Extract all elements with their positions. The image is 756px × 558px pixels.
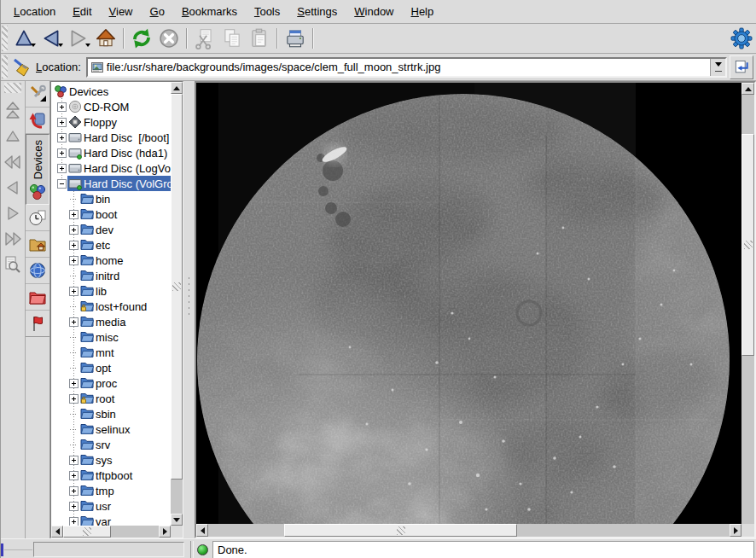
tree-expander-plus-icon[interactable] xyxy=(57,148,67,158)
tree-expander-plus-icon[interactable] xyxy=(69,287,79,296)
tree-item-var[interactable]: var xyxy=(51,514,171,526)
tree-item-srv[interactable]: srv xyxy=(51,437,171,452)
tree-item-hard-disc-boot[interactable]: Hard Disc [/boot] xyxy=(51,130,171,145)
tree-vscroll-thumb[interactable] xyxy=(171,94,183,480)
up-rail-button[interactable] xyxy=(2,125,24,148)
tree-expander-plus-icon[interactable] xyxy=(69,379,79,388)
tree-item-sbin[interactable]: sbin xyxy=(51,406,171,421)
tree-item-hard-disc-hda1[interactable]: Hard Disc (hda1) [/ xyxy=(51,145,171,160)
tree-expander-plus-icon[interactable] xyxy=(57,133,67,142)
tree-item-lost-found[interactable]: lost+found xyxy=(51,299,171,314)
up-button[interactable] xyxy=(10,26,38,51)
scroll-right-button[interactable] xyxy=(730,524,741,537)
tree-item-mnt[interactable]: mnt xyxy=(51,345,171,360)
paste-button[interactable] xyxy=(246,26,273,51)
pane-hscrollbar[interactable] xyxy=(196,524,741,537)
forward-button[interactable] xyxy=(65,26,92,51)
cut-button[interactable] xyxy=(191,26,218,51)
tree-item-tmp[interactable]: tmp xyxy=(51,483,171,498)
scroll-up-button[interactable] xyxy=(171,82,183,94)
back-button[interactable] xyxy=(38,26,65,51)
panel-splitter[interactable] xyxy=(183,81,195,538)
tree-expander-plus-icon[interactable] xyxy=(69,317,79,327)
tree-hscroll-thumb[interactable] xyxy=(63,526,111,538)
tree-expander-plus-icon[interactable] xyxy=(69,394,79,404)
menu-bookmarks[interactable]: Bookmarks xyxy=(174,3,245,20)
menu-location[interactable]: Location xyxy=(6,3,63,20)
tab-bookmarks[interactable] xyxy=(26,108,49,134)
home-button[interactable] xyxy=(92,26,119,51)
tree-item-home[interactable]: home xyxy=(51,253,171,268)
tree-item-sys[interactable]: sys xyxy=(51,452,171,468)
tree-item-dev[interactable]: dev xyxy=(51,222,171,237)
tree-item-hard-disc-volgrou[interactable]: Hard Disc (VolGrou xyxy=(51,176,171,191)
location-input[interactable] xyxy=(105,60,710,75)
scroll-left-button[interactable] xyxy=(196,524,208,537)
tree-item-boot[interactable]: boot xyxy=(51,206,171,222)
print-button[interactable] xyxy=(282,26,309,51)
tree-expander-plus-icon[interactable] xyxy=(69,225,79,235)
tree-expander-minus-icon[interactable] xyxy=(57,179,67,189)
tree-expander-plus-icon[interactable] xyxy=(69,471,79,480)
tree-item-proc[interactable]: proc xyxy=(51,375,171,391)
menu-tools[interactable]: Tools xyxy=(247,3,288,20)
tree-item-initrd[interactable]: initrd xyxy=(51,268,171,283)
tab-configure-sidebar[interactable] xyxy=(26,81,49,108)
tab-devices[interactable]: Devices xyxy=(26,134,49,205)
tree-expander-plus-icon[interactable] xyxy=(69,256,79,265)
tree-expander-plus-icon[interactable] xyxy=(69,456,79,465)
stop-button[interactable] xyxy=(155,26,183,51)
scroll-up-button[interactable] xyxy=(741,83,754,95)
double-up-button[interactable] xyxy=(2,100,24,122)
menu-go[interactable]: Go xyxy=(142,3,172,20)
copy-button[interactable] xyxy=(218,26,246,51)
tree-item-devices[interactable]: Devices xyxy=(51,84,171,99)
pane-vscroll-thumb[interactable] xyxy=(741,134,754,356)
toolbar-handle[interactable] xyxy=(2,55,8,78)
tree-expander-plus-icon[interactable] xyxy=(69,241,79,250)
tree-item-opt[interactable]: opt xyxy=(51,360,171,375)
tree-item-floppy[interactable]: Floppy xyxy=(51,114,171,130)
tree-hscrollbar[interactable] xyxy=(51,526,171,538)
tree-vscrollbar[interactable] xyxy=(171,82,183,526)
tree-expander-plus-icon[interactable] xyxy=(57,102,67,112)
double-back-button[interactable] xyxy=(2,151,24,173)
menu-view[interactable]: View xyxy=(102,3,141,20)
forward-rail-button[interactable] xyxy=(2,202,24,224)
clear-location-button[interactable] xyxy=(10,55,34,80)
tree-expander-plus-icon[interactable] xyxy=(69,517,79,526)
tree-item-cd-rom[interactable]: CD-ROM xyxy=(51,99,171,114)
tab-services[interactable] xyxy=(26,311,49,337)
tree-item-etc[interactable]: etc xyxy=(51,237,171,253)
tab-history[interactable] xyxy=(26,205,49,231)
menu-edit[interactable]: Edit xyxy=(65,3,99,20)
scroll-left-button[interactable] xyxy=(51,526,63,538)
find-button[interactable] xyxy=(2,253,24,276)
tree-expander-plus-icon[interactable] xyxy=(69,210,79,219)
tree-item-usr[interactable]: usr xyxy=(51,498,171,514)
location-dropdown-button[interactable] xyxy=(710,59,725,76)
reload-button[interactable] xyxy=(128,26,155,51)
tree-item-misc[interactable]: misc xyxy=(51,329,171,345)
tree-item-lib[interactable]: lib xyxy=(51,283,171,299)
tree-item-root[interactable]: root xyxy=(51,391,171,406)
tree-expander-plus-icon[interactable] xyxy=(57,118,67,127)
double-forward-button[interactable] xyxy=(2,228,24,250)
menu-help[interactable]: Help xyxy=(404,3,442,20)
tree-item-tftpboot[interactable]: tftpboot xyxy=(51,468,171,483)
rail-handle[interactable] xyxy=(4,83,21,93)
scroll-right-button[interactable] xyxy=(159,526,171,538)
tree-item-hard-disc-logvol0[interactable]: Hard Disc (LogVol0 xyxy=(51,160,171,176)
statusbar-handle[interactable] xyxy=(1,543,3,556)
menu-settings[interactable]: Settings xyxy=(289,3,345,20)
tree-expander-plus-icon[interactable] xyxy=(69,502,79,511)
image-canvas[interactable] xyxy=(196,83,741,524)
pane-vscrollbar[interactable] xyxy=(741,83,754,537)
tab-home-folder[interactable] xyxy=(26,231,49,258)
pane-hscroll-thumb[interactable] xyxy=(284,524,517,537)
tree-expander-plus-icon[interactable] xyxy=(57,164,67,173)
back-rail-button[interactable] xyxy=(2,177,24,199)
toolbar-handle[interactable] xyxy=(2,26,8,51)
tab-root-folder[interactable] xyxy=(26,284,49,311)
scroll-down-button[interactable] xyxy=(171,514,183,526)
